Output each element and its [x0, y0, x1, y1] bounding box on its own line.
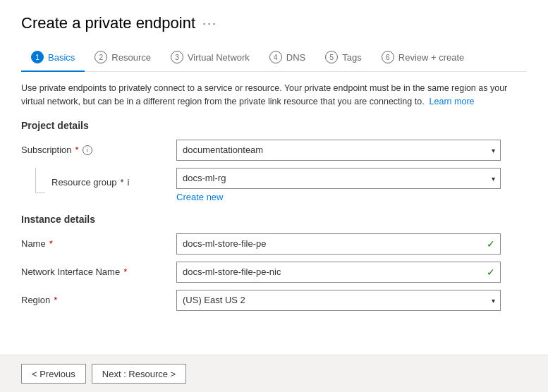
region-label: Region *	[21, 295, 176, 305]
nic-name-label: Network Interface Name *	[21, 267, 176, 277]
nic-name-check-icon: ✓	[487, 267, 495, 278]
tab-basics[interactable]: 1 Basics	[21, 45, 85, 72]
nic-name-control: ✓	[176, 262, 501, 283]
resource-group-select[interactable]: docs-ml-rg	[176, 168, 501, 189]
page-container: Create a private endpoint ··· 1 Basics 2…	[0, 0, 548, 392]
name-control: ✓	[176, 233, 501, 255]
subscription-required: *	[75, 145, 79, 155]
tab-dns-step: 4	[269, 51, 282, 63]
wizard-tabs: 1 Basics 2 Resource 3 Virtual Network 4 …	[21, 45, 527, 72]
resource-group-label: Resource group	[51, 177, 117, 188]
resource-group-info-icon[interactable]: i	[128, 177, 130, 188]
subscription-control: documentationteam ▾	[176, 140, 501, 161]
page-title-ellipsis: ···	[202, 16, 217, 31]
project-details-section: Project details Subscription * i documen…	[21, 120, 527, 202]
region-control: (US) East US 2 ▾	[176, 290, 501, 311]
learn-more-link[interactable]: Learn more	[430, 97, 475, 106]
nic-name-input[interactable]	[176, 262, 501, 283]
connector-line	[35, 168, 45, 193]
subscription-label: Subscription * i	[21, 145, 176, 155]
subscription-dropdown-wrapper: documentationteam ▾	[176, 140, 501, 161]
instance-details-section: Instance details Name * ✓ Network Interf…	[21, 214, 527, 311]
nic-name-input-wrapper: ✓	[176, 262, 501, 283]
subscription-row: Subscription * i documentationteam ▾	[21, 140, 527, 161]
tab-dns-label: DNS	[286, 52, 305, 63]
nic-name-row: Network Interface Name * ✓	[21, 262, 527, 283]
tab-review-label: Review + create	[398, 52, 465, 63]
region-required: *	[54, 295, 57, 305]
region-dropdown-wrapper: (US) East US 2 ▾	[176, 290, 501, 311]
region-row: Region * (US) East US 2 ▾	[21, 290, 527, 311]
nic-name-required: *	[123, 267, 127, 277]
tab-resource-label: Resource	[111, 52, 151, 63]
tab-resource-step: 2	[95, 51, 107, 63]
subscription-select[interactable]: documentationteam	[176, 140, 501, 161]
page-title: Create a private endpoint	[21, 14, 195, 32]
subscription-info-icon[interactable]: i	[83, 145, 92, 155]
create-new-link[interactable]: Create new	[176, 192, 501, 202]
footer: < Previous Next : Resource >	[0, 355, 548, 392]
tab-basics-label: Basics	[48, 52, 75, 63]
resource-group-required: *	[121, 177, 124, 188]
name-input-wrapper: ✓	[176, 233, 501, 255]
name-input[interactable]	[176, 233, 501, 255]
next-button[interactable]: Next : Resource >	[92, 364, 186, 384]
tab-basics-step: 1	[31, 51, 44, 63]
name-required: *	[49, 238, 53, 249]
region-select[interactable]: (US) East US 2	[176, 290, 501, 311]
project-details-title: Project details	[21, 120, 527, 131]
prev-button[interactable]: < Previous	[21, 364, 86, 384]
resource-group-label-wrapper: Resource group * i	[35, 168, 176, 193]
resource-group-dropdown-wrapper: docs-ml-rg ▾	[176, 168, 501, 189]
resource-group-row: Resource group * i docs-ml-rg ▾ Create n…	[35, 168, 527, 202]
tab-resource[interactable]: 2 Resource	[85, 45, 161, 72]
tab-review-step: 6	[382, 51, 394, 63]
tab-tags-step: 5	[325, 51, 338, 63]
name-label: Name *	[21, 238, 176, 249]
resource-group-control: docs-ml-rg ▾ Create new	[176, 168, 501, 202]
name-check-icon: ✓	[487, 238, 495, 250]
name-row: Name * ✓	[21, 233, 527, 255]
tab-virtual-network-step: 3	[171, 51, 183, 63]
tab-tags[interactable]: 5 Tags	[315, 45, 371, 72]
info-text: Use private endpoints to privately conne…	[21, 82, 527, 109]
page-title-row: Create a private endpoint ···	[21, 14, 527, 32]
instance-details-title: Instance details	[21, 214, 527, 225]
main-content: Create a private endpoint ··· 1 Basics 2…	[0, 0, 548, 355]
tab-review-create[interactable]: 6 Review + create	[372, 45, 475, 72]
tab-virtual-network-label: Virtual Network	[188, 52, 250, 63]
tab-tags-label: Tags	[342, 52, 361, 63]
tab-dns[interactable]: 4 DNS	[260, 45, 315, 72]
tab-virtual-network[interactable]: 3 Virtual Network	[161, 45, 260, 72]
